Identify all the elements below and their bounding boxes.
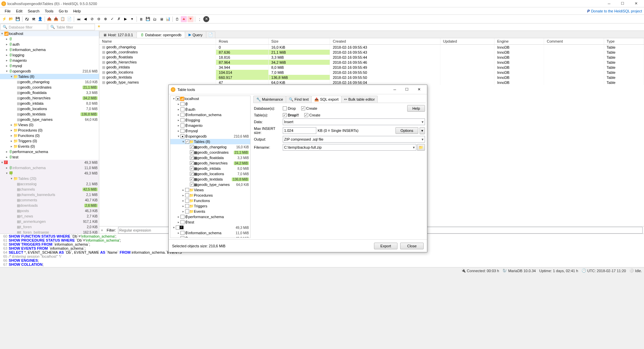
- tree-toggle-icon[interactable]: ▸: [181, 204, 185, 208]
- tree-toggle-icon[interactable]: ▸: [176, 102, 180, 106]
- tree-item[interactable]: Procedures (0): [18, 128, 98, 132]
- tree-expand-icon[interactable]: ▸: [5, 155, 9, 159]
- dialog-close[interactable]: ✕: [413, 86, 425, 94]
- table-row[interactable]: ▦ geodb_hierarchies87.96434,2 MiB2018-02…: [99, 60, 644, 65]
- tree-table[interactable]: comments: [20, 198, 85, 202]
- col-header[interactable]: Updated: [440, 38, 494, 45]
- tree-table[interactable]: channels_bannedurls: [20, 193, 86, 197]
- dialog-tree-row[interactable]: ▸ 📁Procedures: [170, 193, 250, 198]
- tree-table[interactable]: geodb_hierarchies: [20, 96, 83, 100]
- dialog-tree-row[interactable]: ▦geodb_changelog16,0 KiB: [170, 144, 250, 150]
- tree-host[interactable]: localhost: [9, 32, 98, 36]
- col-header[interactable]: Size: [268, 38, 330, 45]
- tree-table[interactable]: geodb_changelog: [20, 80, 85, 84]
- tree-toggle-icon[interactable]: ▸: [181, 194, 185, 197]
- dialog-tree-row[interactable]: ▸ 🛢performance_schema: [170, 214, 250, 219]
- dialog-titlebar[interactable]: Table tools ─ ☐ ✕: [169, 85, 427, 94]
- tree-checkbox[interactable]: [190, 150, 194, 154]
- tree-checkbox[interactable]: [190, 172, 194, 176]
- tab-bulk-editor[interactable]: ✏Bulk table editor: [341, 96, 378, 103]
- tree-expand-icon[interactable]: ▸: [5, 37, 9, 41]
- tree-expand-icon[interactable]: ▸: [9, 134, 13, 137]
- tb-new[interactable]: ⚡: [1, 16, 7, 22]
- menu-tools[interactable]: Tools: [42, 8, 56, 14]
- tree-table[interactable]: t_foren_beitraege: [20, 230, 83, 234]
- tb-d[interactable]: 🖥: [158, 16, 164, 22]
- tree-toggle-icon[interactable]: ▸: [176, 118, 180, 122]
- tree-item[interactable]: Events (0): [18, 144, 98, 148]
- tb-i[interactable]: ;: [197, 16, 203, 22]
- table-row[interactable]: ▦ geodb_locations104.0147,0 MiB2018-02-1…: [99, 70, 644, 75]
- tb-cancel[interactable]: ⊘: [89, 16, 95, 22]
- tb-j[interactable]: ✕: [203, 16, 209, 22]
- tree-checkbox[interactable]: [185, 193, 189, 197]
- tb-refresh[interactable]: 🗘: [24, 16, 30, 22]
- tree-toggle-icon[interactable]: ▸: [181, 188, 185, 192]
- max-insert-input[interactable]: [283, 127, 316, 134]
- tree-toggle-icon[interactable]: ▾: [176, 135, 180, 138]
- tree-table[interactable]: posts: [20, 209, 85, 213]
- tree-db[interactable]: magento: [12, 58, 98, 62]
- data-combo[interactable]: Insert: [283, 118, 425, 125]
- tree-db[interactable]: logging: [12, 53, 98, 57]
- tree-tables[interactable]: Tables (8): [18, 74, 98, 79]
- tree-toggle-icon[interactable]: ▸: [176, 129, 180, 133]
- tb-e[interactable]: 📊: [165, 16, 171, 22]
- chk-tbl-drop[interactable]: Drop!!: [283, 113, 299, 117]
- options-button[interactable]: Options: [395, 127, 418, 134]
- options-dropdown[interactable]: ▾: [420, 127, 425, 134]
- tab-new-query[interactable]: 📄: [206, 31, 215, 38]
- tree-table[interactable]: geodb_type_names: [20, 117, 85, 121]
- dialog-tree[interactable]: ▾ 📶localhost▸ 🛢▸ 🛢auth▸ 🛢information_sch…: [170, 96, 251, 238]
- tree-toggle-icon[interactable]: ▾: [181, 140, 185, 143]
- menu-help[interactable]: Help: [70, 8, 84, 14]
- dialog-tree-row[interactable]: ▸ 📁Functions: [170, 198, 250, 203]
- dialog-tree-row[interactable]: ▸ 🛢magento: [170, 123, 250, 128]
- menu-goto[interactable]: Go to: [56, 8, 70, 14]
- col-header[interactable]: Engine: [494, 38, 544, 45]
- col-header[interactable]: Rows: [216, 38, 268, 45]
- dialog-tree-row[interactable]: ▸ 📁Events: [170, 209, 250, 214]
- tree-checkbox[interactable]: [180, 134, 184, 138]
- dialog-maximize[interactable]: ☐: [401, 86, 413, 94]
- tree-toggle-icon[interactable]: ▾: [172, 97, 176, 100]
- tree-checkbox[interactable]: [180, 113, 184, 117]
- dialog-tree-row[interactable]: ▸ 🛢test: [170, 219, 250, 225]
- dialog-tree-row[interactable]: ▸ 🛢auth: [170, 107, 250, 112]
- tree-expand-icon[interactable]: ▸: [5, 166, 9, 169]
- table-row[interactable]: ▦ geodb_floatdata18.8163,3 MiB2018-02-16…: [99, 55, 644, 60]
- tree-expand-icon[interactable]: ▸: [9, 145, 13, 148]
- tree-checkbox[interactable]: [180, 129, 184, 133]
- dialog-tree-row[interactable]: ▦geodb_textdata136,8 MiB: [170, 177, 250, 182]
- help-button[interactable]: Help: [407, 105, 425, 112]
- tree-expand-icon[interactable]: ▸: [9, 129, 13, 132]
- tree-item[interactable]: Functions (0): [18, 134, 98, 138]
- tree-item[interactable]: Views (0): [18, 123, 98, 127]
- tb-copy[interactable]: 📋: [60, 16, 66, 22]
- chk-tbl-create[interactable]: Create: [304, 113, 320, 117]
- dialog-tree-row[interactable]: ▸ 🛢mysql: [170, 128, 250, 134]
- tab-database[interactable]: 🛢Database: opengeodb: [137, 32, 185, 38]
- tree-checkbox[interactable]: [176, 226, 180, 230]
- tree-collapse-icon[interactable]: ▾: [9, 75, 13, 78]
- tree-table[interactable]: geodb_intdata: [20, 101, 86, 105]
- tree-table[interactable]: channels: [20, 187, 83, 191]
- export-button[interactable]: Export: [374, 243, 397, 249]
- dialog-tree-row[interactable]: ▸ 🛢49,3 MiB: [170, 236, 250, 238]
- dialog-tree-row[interactable]: ▾ 📁Tables (8): [170, 139, 250, 144]
- chk-db-create[interactable]: Create: [301, 106, 317, 110]
- tb-stop[interactable]: ▾: [129, 16, 135, 22]
- tab-sql-export[interactable]: 📤SQL export: [311, 96, 341, 103]
- tree-table[interactable]: accesslog: [20, 182, 86, 186]
- table-row[interactable]: ▦ geodb_type_names4764,0 KiB2018-02-16 0…: [99, 80, 644, 85]
- tree-table[interactable]: geodb_locations: [20, 107, 86, 111]
- tree-db[interactable]: mysql: [12, 64, 98, 68]
- dialog-tree-row[interactable]: ▾ 🛢opengeodb210,6 MiB: [170, 134, 250, 139]
- tree-table[interactable]: downloads: [20, 203, 84, 207]
- tree-db[interactable]: test: [12, 155, 98, 159]
- tree-db[interactable]: performance_schema: [12, 150, 98, 154]
- tree-toggle-icon[interactable]: ▸: [181, 210, 185, 213]
- tree-checkbox[interactable]: [180, 118, 184, 122]
- tree-checkbox[interactable]: [185, 188, 189, 192]
- tree-toggle-icon[interactable]: ▸: [181, 199, 185, 202]
